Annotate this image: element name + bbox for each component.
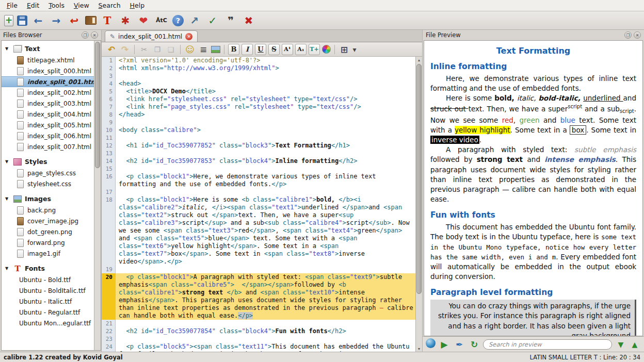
redo-icon[interactable]: ↷ bbox=[119, 44, 131, 55]
code-line-21[interactable]: 21 bbox=[102, 320, 415, 327]
code-line-4[interactable]: 4<head> bbox=[102, 80, 415, 88]
code-line-20[interactable]: 20 <p class="block1">A paragraph with st… bbox=[102, 273, 415, 320]
collapse-arrow-icon[interactable]: ▼ bbox=[5, 159, 10, 164]
float-panel-icon[interactable]: ❐ bbox=[82, 31, 89, 39]
code-line-6[interactable]: 6 <link href="stylesheet.css" rel="style… bbox=[102, 95, 415, 103]
file-item-ubuntu-bold-ttf[interactable]: Ubuntu - Bold.ttf bbox=[2, 274, 94, 285]
code-area[interactable]: 1<?xml version='1.0' encoding='utf-8'?>2… bbox=[102, 57, 415, 352]
code-line-16[interactable]: 16 <p class="block1">Here, we demonstrat… bbox=[102, 173, 415, 188]
sync-highlight-icon[interactable]: ✒ bbox=[453, 338, 465, 351]
file-item-stylesheet-css[interactable]: stylesheet.css bbox=[2, 178, 94, 189]
menu-tools[interactable]: Tools bbox=[44, 1, 69, 10]
undo-icon[interactable]: ↶ bbox=[106, 44, 117, 55]
strike-icon[interactable]: S bbox=[268, 44, 280, 55]
back-icon[interactable]: ← bbox=[31, 13, 45, 28]
launch-external-icon[interactable]: ↗ bbox=[187, 13, 202, 28]
refresh-preview-icon[interactable]: ↻ bbox=[468, 338, 480, 351]
italic-icon[interactable]: I bbox=[242, 44, 253, 55]
insert-image-icon[interactable] bbox=[211, 46, 220, 53]
preview-search-input[interactable] bbox=[483, 339, 612, 350]
paste-icon[interactable]: ❑ bbox=[165, 44, 176, 55]
file-item-back-png[interactable]: back.png bbox=[2, 205, 94, 216]
float-preview-icon[interactable]: ❐ bbox=[624, 31, 632, 39]
superscript-icon[interactable]: A¹ bbox=[282, 44, 293, 55]
scroll-up-icon[interactable]: ▴ bbox=[416, 57, 422, 63]
run-preview-icon[interactable]: ▶ bbox=[438, 338, 450, 351]
code-line-18[interactable]: 18 <p class="block1">Here is some <b cla… bbox=[102, 196, 415, 266]
preview-book-icon[interactable] bbox=[85, 16, 96, 25]
tab-index-split-001[interactable]: ✎ index_split_001.html ✕ bbox=[105, 30, 198, 42]
file-item-index-split-007-html[interactable]: index_split_007.html bbox=[2, 141, 94, 152]
file-item-page-styles-css[interactable]: page_styles.css bbox=[2, 168, 94, 178]
section-header-styles[interactable]: ▼Styles bbox=[2, 156, 94, 168]
view-list-icon[interactable]: ≡ bbox=[198, 44, 209, 55]
file-item-index-split-001-html[interactable]: index_split_001.html bbox=[2, 76, 94, 87]
forward-icon[interactable]: → bbox=[49, 13, 63, 28]
code-line-2[interactable]: 2<html xmlns="http://www.w3.org/1999/xht… bbox=[102, 64, 415, 72]
menu-view[interactable]: View bbox=[69, 1, 94, 10]
sidebar-scrollbar[interactable] bbox=[94, 41, 101, 350]
file-item-index-split-002-html[interactable]: index_split_002.html bbox=[2, 87, 94, 98]
insert-tag-icon[interactable]: T+ bbox=[309, 44, 320, 55]
menu-help[interactable]: Help bbox=[125, 1, 150, 10]
code-line-10[interactable]: 10<body class="calibre"> bbox=[102, 126, 415, 134]
editor-scrollbar-thumb[interactable] bbox=[416, 64, 422, 294]
file-item-ubuntu-bolditalic-ttf[interactable]: Ubuntu - BoldItalic.ttf bbox=[2, 285, 94, 296]
code-line-5[interactable]: 5 <title>DOCX Demo</title> bbox=[102, 88, 415, 95]
close-preview-icon[interactable]: ✕ bbox=[634, 31, 641, 39]
sidebar-scrollbar-thumb[interactable] bbox=[95, 42, 100, 168]
file-item-image1-gif[interactable]: image1.gif bbox=[2, 248, 94, 259]
scroll-down-icon[interactable]: ▾ bbox=[416, 345, 422, 352]
code-line-13[interactable]: 13 bbox=[102, 150, 415, 157]
section-header-text[interactable]: ▼Text bbox=[2, 43, 94, 55]
file-item-forward-png[interactable]: forward.png bbox=[2, 237, 94, 248]
editor-scrollbar[interactable]: ▴ ▾ bbox=[415, 57, 422, 352]
code-line-3[interactable]: 3 bbox=[102, 72, 415, 80]
check-book-icon[interactable]: ✱ bbox=[118, 13, 133, 28]
color-wheel-icon[interactable] bbox=[322, 45, 331, 54]
table-dropdown-icon[interactable]: ▾ bbox=[352, 44, 357, 55]
bold-icon[interactable]: B bbox=[228, 44, 239, 55]
revert-icon[interactable]: ↩ bbox=[67, 13, 82, 28]
file-item-ubuntu-regular-ttf[interactable]: Ubuntu - Regular.ttf bbox=[2, 307, 94, 318]
file-item-index-split-000-html[interactable]: index_split_000.html bbox=[2, 65, 94, 76]
manage-fonts-icon[interactable]: ÅtC bbox=[154, 13, 169, 28]
collapse-arrow-icon[interactable]: ▼ bbox=[5, 266, 10, 271]
menu-edit[interactable]: Edit bbox=[22, 1, 44, 10]
save-icon[interactable] bbox=[17, 15, 27, 26]
file-item-cover-image-jpg[interactable]: cover_image.jpg bbox=[2, 216, 94, 226]
collapse-arrow-icon[interactable]: ▼ bbox=[5, 46, 10, 51]
code-line-8[interactable]: 8</head> bbox=[102, 111, 415, 119]
edit-toc-icon[interactable]: T bbox=[100, 13, 115, 28]
code-line-1[interactable]: 1<?xml version='1.0' encoding='utf-8'?> bbox=[102, 57, 415, 64]
help-icon[interactable]: ? bbox=[172, 15, 184, 26]
code-line-9[interactable]: 9 bbox=[102, 119, 415, 126]
section-header-fonts[interactable]: ▼TFonts bbox=[2, 262, 94, 274]
smarten-punctuation-icon[interactable]: ❞ bbox=[223, 13, 238, 28]
live-preview-icon[interactable] bbox=[426, 338, 436, 348]
code-line-23[interactable]: 23 bbox=[102, 335, 415, 343]
remove-unused-css-icon[interactable]: ✖ bbox=[242, 13, 256, 28]
file-item-ubuntu-mon-egular-ttf[interactable]: Ubuntu Mon...egular.ttf bbox=[2, 318, 94, 328]
menu-search[interactable]: Search bbox=[94, 1, 125, 10]
cut-icon[interactable]: ✂ bbox=[138, 44, 150, 55]
code-line-24[interactable]: 24 <p class="block5"><span class="text11… bbox=[102, 343, 415, 352]
find-previous-icon[interactable]: ▲ bbox=[629, 338, 641, 351]
collapse-arrow-icon[interactable]: ▼ bbox=[5, 196, 10, 201]
code-line-11[interactable]: 11 bbox=[102, 134, 415, 142]
underline-icon[interactable]: U bbox=[255, 44, 266, 55]
file-item-index-split-003-html[interactable]: index_split_003.html bbox=[2, 98, 94, 109]
code-line-22[interactable]: 22 <h2 id="id_Toc359077854" class="block… bbox=[102, 327, 415, 335]
file-item-ubuntu-italic-ttf[interactable]: Ubuntu - Italic.ttf bbox=[2, 296, 94, 307]
file-item-index-split-006-html[interactable]: index_split_006.html bbox=[2, 130, 94, 141]
donate-icon[interactable]: ❤ bbox=[136, 13, 151, 28]
file-item-titlepage-xhtml[interactable]: titlepage.xhtml bbox=[2, 55, 94, 65]
code-line-15[interactable]: 15 bbox=[102, 165, 415, 173]
insert-character-icon[interactable]: ☺ bbox=[184, 44, 196, 55]
section-header-images[interactable]: ▼Images bbox=[2, 193, 94, 205]
new-file-icon[interactable]: + bbox=[4, 15, 13, 26]
subscript-icon[interactable]: A₁ bbox=[295, 44, 307, 55]
code-line-19[interactable]: 19 bbox=[102, 266, 415, 273]
spell-check-icon[interactable]: ✓ bbox=[205, 13, 220, 28]
insert-table-icon[interactable]: ⊞ bbox=[339, 44, 350, 55]
